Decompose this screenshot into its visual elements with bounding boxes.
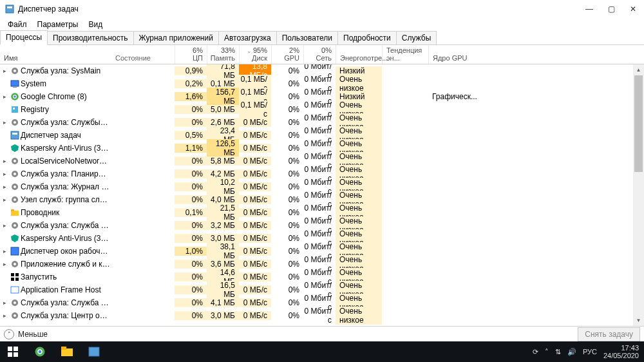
svg-rect-23 (11, 211, 19, 216)
header-gpu[interactable]: 2% GPU (271, 45, 303, 64)
cell-mem: 3,6 МБ (207, 260, 239, 269)
tray-chevron-up-icon[interactable]: ˄ (545, 348, 549, 356)
cell-disk: 0 МБ/с (239, 247, 271, 256)
menu-file[interactable]: Файл (3, 19, 32, 30)
process-name: Диспетчер окон рабочего стола (21, 247, 113, 256)
header-trend[interactable]: Тенденция эн... (382, 45, 428, 64)
sort-indicator-icon: ⌄ (247, 48, 252, 54)
svg-point-12 (14, 121, 16, 124)
minimize-button[interactable]: — (578, 0, 600, 18)
close-button[interactable]: ✕ (622, 0, 644, 18)
expand-icon[interactable]: ▸ (0, 248, 9, 254)
table-row[interactable]: ▸Служба узла: Центр обновлен...0%3,0 МБ0… (0, 309, 644, 322)
svg-rect-5 (13, 87, 17, 88)
svg-point-29 (14, 263, 16, 265)
expand-icon[interactable]: ▸ (0, 261, 9, 267)
expand-icon[interactable]: ▸ (0, 158, 9, 164)
tab-2[interactable]: Журнал приложений (133, 31, 219, 44)
header-status[interactable]: Состояние (113, 45, 175, 64)
cell-cpu: 0% (175, 298, 207, 307)
cell-disk: 0 МБ/с (239, 311, 271, 320)
header-mem[interactable]: 33% Память (207, 45, 239, 64)
tab-4[interactable]: Пользователи (276, 31, 338, 44)
cell-mem: 10,2 МБ (207, 178, 239, 196)
cell-gpu: 0% (271, 118, 303, 127)
menu-view[interactable]: Вид (83, 19, 108, 30)
cell-gpu: 0% (271, 285, 303, 294)
header-gpu-engine[interactable]: Ядро GPU (428, 45, 518, 64)
expand-icon[interactable]: ▸ (0, 119, 9, 126)
tab-1[interactable]: Производительность (47, 31, 133, 44)
process-name: Kaspersky Anti-Virus (32 бита) (21, 144, 113, 153)
taskbar-task-manager[interactable] (81, 341, 107, 362)
maximize-button[interactable]: ▢ (600, 0, 622, 18)
start-button[interactable] (0, 341, 26, 362)
expand-icon[interactable]: ▸ (0, 312, 9, 319)
cell-cpu: 0% (175, 285, 207, 294)
expand-icon[interactable]: ▸ (0, 222, 9, 229)
svg-rect-14 (12, 133, 17, 135)
cell-mem: 3,0 МБ (207, 311, 239, 320)
cell-mem: 5,8 МБ (207, 157, 239, 166)
expand-icon[interactable]: ▸ (0, 300, 9, 306)
expand-icon[interactable]: ▸ (0, 171, 9, 177)
process-icon (9, 311, 21, 320)
cell-disk: 0 МБ/с (239, 285, 271, 294)
fewer-details-toggle[interactable]: ˄ Меньше (4, 329, 48, 339)
cell-gpu: 0% (271, 131, 303, 140)
process-name: Приложение служб и контрол... (21, 260, 113, 269)
taskbar-chrome[interactable] (27, 341, 53, 362)
cell-disk: 0 МБ/с (239, 208, 271, 217)
vertical-scrollbar[interactable]: ▲ ▼ (633, 64, 644, 326)
tab-6[interactable]: Службы (396, 31, 437, 44)
process-name: Проводник (21, 208, 113, 217)
taskbar-explorer[interactable] (54, 341, 80, 362)
expand-icon[interactable]: ▸ (0, 68, 9, 74)
scroll-thumb[interactable] (634, 75, 643, 172)
expand-icon[interactable]: ▸ (0, 196, 9, 203)
tray-wifi-icon[interactable]: ⇅ (555, 348, 561, 356)
cell-energy: Низкий (336, 92, 382, 101)
end-task-button[interactable]: Снять задачу (578, 327, 640, 341)
process-name: Служба узла: Службы криптог... (21, 118, 113, 127)
cell-mem: 0,1 МБ (207, 79, 239, 88)
header-name[interactable]: Имя (0, 45, 113, 64)
scroll-up-button[interactable]: ▲ (633, 64, 644, 75)
tab-3[interactable]: Автозагрузка (218, 31, 277, 44)
expand-icon[interactable]: ▸ (0, 184, 9, 190)
cell-mem: 3,0 МБ (207, 234, 239, 243)
cell-disk: 0 МБ/с (239, 195, 271, 204)
menu-options[interactable]: Параметры (32, 19, 84, 30)
cell-gpu: 0% (271, 92, 303, 101)
windows-taskbar: ⟳ ˄ ⇅ 🔊 РУС 17:43 24/05/2020 (0, 341, 644, 362)
svg-point-8 (14, 95, 16, 98)
scroll-track[interactable] (633, 75, 644, 315)
process-icon (9, 298, 21, 307)
tab-0[interactable]: Процессы (0, 30, 48, 45)
cell-disk: 0 МБ/с (239, 234, 271, 243)
svg-point-18 (14, 173, 16, 175)
cell-mem: 5,0 МБ (207, 105, 239, 114)
scroll-down-button[interactable]: ▼ (633, 315, 644, 326)
tray-volume-icon[interactable]: 🔊 (567, 348, 576, 356)
svg-point-38 (14, 314, 16, 317)
header-disk[interactable]: ⌄95% Диск (239, 45, 271, 64)
tray-language[interactable]: РУС (583, 348, 597, 356)
svg-rect-10 (13, 108, 15, 110)
process-name: Служба узла: SysMain (21, 66, 113, 75)
cell-gpu: 0% (271, 247, 303, 256)
process-icon (9, 92, 21, 101)
cell-mem: 3,2 МБ (207, 221, 239, 230)
tray-clock[interactable]: 17:43 24/05/2020 (603, 344, 639, 359)
svg-rect-34 (11, 287, 19, 293)
cell-energy: Очень низкое (336, 75, 382, 93)
tab-5[interactable]: Подробности (337, 31, 397, 44)
svg-rect-32 (11, 278, 14, 281)
header-net[interactable]: 0% Сеть (303, 45, 336, 64)
tray-sync-icon[interactable]: ⟳ (533, 348, 538, 356)
expand-icon[interactable]: ▸ (0, 93, 9, 100)
cell-gpu: 0% (271, 157, 303, 166)
header-energy[interactable]: Энергопотре... (336, 45, 382, 64)
header-cpu[interactable]: 6% ЦП (175, 45, 207, 64)
process-name: Служба узла: Служба платфо... (21, 221, 113, 230)
